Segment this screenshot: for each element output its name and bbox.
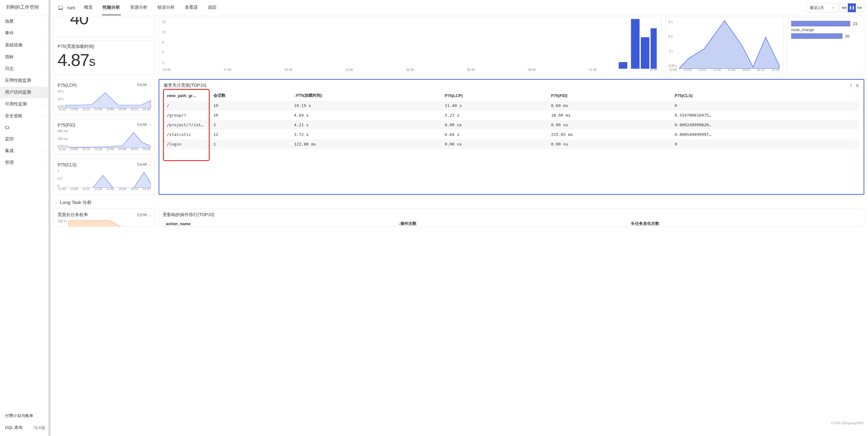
svg-rect-1 — [631, 19, 640, 69]
sidebar-billing[interactable]: 付费计划与账单 — [0, 410, 50, 422]
sidebar-item-0[interactable]: 场景› — [0, 15, 50, 27]
longtask-interval[interactable]: 5分钟 — [137, 212, 151, 218]
tab-1[interactable]: 性能分析 — [102, 0, 121, 15]
actions-title: 受影响的操作排行(TOP10) — [163, 212, 214, 218]
col-header[interactable]: action_name — [163, 218, 395, 227]
table-cell: 12 — [210, 130, 291, 139]
col-header[interactable]: 长任务发生次数 — [628, 218, 860, 227]
sidebar-item-label: 事件 — [5, 30, 14, 36]
table-cell: /login — [164, 139, 210, 149]
cls-title: P75(CLS) — [58, 162, 76, 167]
table-cell: 0.00 ns — [548, 120, 671, 130]
x-tick: 11:30 — [589, 68, 596, 71]
tab-4[interactable]: 查看器 — [184, 0, 198, 15]
col-header[interactable]: 会话数 — [210, 90, 291, 101]
lcp-title: P75(LCP) — [58, 83, 76, 88]
table-row[interactable]: /group/?104.64 s5.23 s18.00 ms0.55470001… — [164, 111, 859, 120]
table-row[interactable]: /login1122.80 ms0.00 ns0.00 ns0 — [164, 139, 859, 149]
col-header[interactable]: view_path_gr… — [164, 90, 210, 101]
chevron-right-icon: › — [45, 67, 46, 71]
export-icon[interactable]: ⇪ — [849, 83, 853, 88]
cls-interval[interactable]: 5分钟 — [137, 162, 151, 167]
x-tick: 13:00 — [684, 68, 691, 71]
pause-button[interactable]: ❚❚ — [848, 3, 856, 12]
section-long-task[interactable]: ⌄ Long Task 分析 — [55, 200, 864, 206]
rewind-button[interactable]: ◀◀ — [840, 3, 848, 12]
sidebar-dql[interactable]: DQL 查询 ⌥ + Q — [0, 422, 50, 434]
sidebar-item-4[interactable]: 日志› — [0, 63, 50, 75]
sidebar-item-8[interactable]: 安全巡检› — [0, 110, 50, 122]
x-tick: 14:00 — [742, 68, 750, 71]
y-tick: 1 — [58, 169, 62, 173]
sidebar-item-2[interactable]: 基础设施› — [0, 39, 50, 51]
sidebar-item-label: 日志 — [5, 66, 14, 71]
tab-3[interactable]: 错误分析 — [157, 0, 176, 15]
app-label: rum — [67, 5, 75, 10]
col-header[interactable]: ↓P75(加载时间) — [291, 90, 441, 101]
x-tick: 13:15 — [82, 107, 90, 111]
expand-icon[interactable]: ⊕ — [856, 83, 859, 88]
sidebar-item-9[interactable]: CI› — [0, 122, 50, 133]
sidebar-item-1[interactable]: 事件› — [0, 27, 50, 39]
x-tick: 20:30 — [284, 68, 292, 71]
y-tick: 3 s — [669, 50, 677, 53]
sidebar-scrollbar[interactable] — [48, 0, 51, 436]
table-cell: 0.554700016975… — [671, 111, 859, 120]
sidebar-item-label: 管理 — [5, 160, 14, 165]
col-header[interactable]: P75(CLS) — [671, 90, 859, 101]
x-tick: 14:30 — [772, 68, 779, 71]
x-tick: 14:30 — [143, 187, 150, 191]
sidebar-item-5[interactable]: 应用性能监测› — [0, 75, 50, 87]
sidebar-item-12[interactable]: 管理› — [0, 157, 50, 168]
sidebar-item-10[interactable]: 监控› — [0, 133, 50, 145]
svg-rect-2 — [641, 37, 650, 69]
table-row[interactable]: /project/?/int…34.21 s0.00 ns0.00 ns0.60… — [164, 120, 859, 130]
chevron-right-icon: › — [45, 32, 46, 35]
table-cell: 0.600249990820… — [671, 120, 859, 130]
table-cell: 10.19 s — [291, 101, 441, 111]
x-tick: 14:00 — [119, 147, 126, 151]
x-tick: 14:30 — [163, 68, 170, 71]
col-header[interactable]: P75(FID) — [548, 90, 671, 101]
hbar-fill — [791, 33, 842, 39]
sidebar-item-7[interactable]: 可用性监测› — [0, 98, 50, 110]
card-big-number: 40 — [54, 17, 155, 37]
tab-0[interactable]: 概览 — [83, 0, 93, 15]
card-actions-top10: 受影响的操作排行(TOP10) action_name↓操作次数长任务发生次数 — [159, 209, 864, 227]
fid-interval[interactable]: 5分钟 — [137, 122, 151, 127]
col-header[interactable]: P75(LCP) — [442, 90, 548, 101]
watermark: CSDN @liugang0605 — [831, 421, 864, 425]
chevron-down-icon: ⌄ — [55, 200, 58, 205]
x-tick: 23:30 — [345, 68, 353, 71]
table-row[interactable]: /1010.19 s11.49 s6.60 ms0 — [164, 101, 859, 111]
sidebar-item-3[interactable]: 指标› — [0, 51, 50, 63]
tab-2[interactable]: 资源分析 — [129, 0, 148, 15]
tab-5[interactable]: 追踪 — [207, 0, 217, 15]
table-cell: 0 — [671, 101, 859, 111]
sidebar-item-label: CI — [5, 125, 9, 130]
table-row[interactable]: /statistic123.72 s6.64 s233.65 ms0.00054… — [164, 130, 859, 139]
x-tick: 14:30 — [650, 68, 657, 71]
sidebar-dql-label: DQL 查询 — [5, 425, 22, 430]
table-cell: 4.64 s — [291, 111, 441, 120]
forward-button[interactable]: ▶▶ — [856, 3, 864, 12]
col-header[interactable]: ↓操作次数 — [395, 218, 627, 227]
x-tick: 14:30 — [143, 107, 150, 111]
lcp-interval[interactable]: 5分钟 — [137, 83, 151, 88]
chevron-right-icon: › — [45, 126, 46, 129]
table-cell: 11.49 s — [442, 101, 548, 111]
x-tick: 14:15 — [130, 107, 138, 111]
x-tick: 13:00 — [70, 107, 78, 111]
x-tick: 13:45 — [106, 187, 114, 191]
sidebar-item-6[interactable]: 用户访问监测› — [0, 87, 50, 98]
time-range-select[interactable]: 最近1天 — [806, 3, 838, 12]
p75-load-value: 4.87 — [58, 50, 89, 70]
table-cell: 18.00 ms — [548, 111, 671, 120]
svg-marker-4 — [679, 21, 779, 69]
rum-icon — [59, 6, 63, 10]
time-range-label: 最近1天 — [810, 5, 824, 10]
sidebar-item-11[interactable]: 集成› — [0, 145, 50, 157]
hbar-value: 20 — [845, 34, 849, 38]
sidebar-item-label: 集成 — [5, 148, 14, 154]
sidebar-billing-label: 付费计划与账单 — [5, 413, 33, 418]
